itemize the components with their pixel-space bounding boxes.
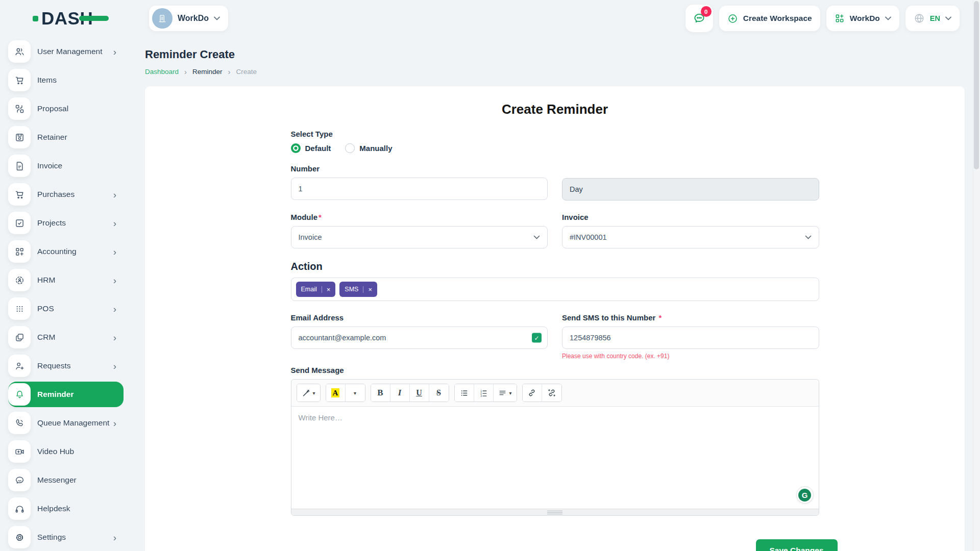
- action-multiselect[interactable]: Email × SMS ×: [291, 278, 819, 301]
- unordered-list-button[interactable]: [455, 384, 474, 402]
- tag-separator: [363, 286, 363, 293]
- sidebar-item-label: Purchases: [37, 190, 75, 199]
- sidebar-item-messenger[interactable]: Messenger: [8, 467, 124, 493]
- insert-link-button[interactable]: [523, 384, 542, 402]
- brand-logo[interactable]: DASH: [33, 8, 149, 29]
- grid-plus-icon: [835, 13, 845, 23]
- sidebar-item-purchases[interactable]: Purchases ›: [8, 182, 124, 207]
- logo-h: H: [80, 8, 93, 29]
- email-label: Email Address: [291, 313, 548, 322]
- select-type-label: Select Type: [291, 130, 819, 138]
- ordered-list-button[interactable]: 123: [474, 384, 494, 402]
- top-bar: DASH WorkDo 0 Create Workspace: [0, 0, 973, 37]
- drag-handle-icon: [547, 511, 562, 514]
- workspace-switcher[interactable]: WorkDo: [149, 6, 228, 31]
- rich-text-editor: ▾ A ▾ B I U S: [291, 379, 819, 516]
- magic-wand-icon: [302, 389, 310, 397]
- link-icon: [527, 388, 536, 397]
- breadcrumb-dashboard-link[interactable]: Dashboard: [145, 68, 179, 76]
- remove-tag-icon[interactable]: ×: [327, 286, 331, 293]
- sidebar-item-reminder[interactable]: Reminder: [8, 382, 124, 407]
- bold-icon: B: [377, 388, 383, 398]
- paragraph-align-button[interactable]: ▾: [494, 384, 517, 402]
- radio-unchecked-icon[interactable]: [345, 143, 355, 153]
- gear-icon: [8, 526, 31, 548]
- font-color-dropdown[interactable]: ▾: [346, 384, 365, 402]
- sidebar-item-label: Queue Management: [37, 418, 109, 428]
- chevron-right-icon: ›: [113, 276, 116, 285]
- email-check-icon: ✓: [532, 333, 542, 343]
- logo-text: DAS: [41, 8, 80, 29]
- day-input-disabled: [562, 178, 819, 201]
- sidebar-item-proposal[interactable]: Proposal: [8, 96, 124, 121]
- sidebar-item-settings[interactable]: Settings ›: [8, 524, 124, 550]
- editor-resize-bar[interactable]: [291, 509, 819, 515]
- remove-link-button[interactable]: [542, 384, 561, 402]
- editor-content[interactable]: Write Here… G: [291, 407, 819, 509]
- breadcrumb-current: Create: [236, 68, 257, 76]
- module-select[interactable]: Invoice: [291, 226, 548, 248]
- align-icon: [498, 389, 507, 397]
- bullet-list-icon: [460, 389, 469, 397]
- user-menu-label: WorkDo: [850, 14, 880, 23]
- copy-icon: [8, 326, 31, 348]
- radio-default-label: Default: [305, 144, 331, 153]
- caret-down-icon: ▾: [313, 390, 315, 396]
- strikethrough-icon: S: [436, 388, 441, 397]
- select-type-radios: Default Manually: [291, 143, 819, 153]
- chevron-down-icon: [533, 235, 540, 239]
- proposal-icon: [8, 97, 31, 120]
- language-selector[interactable]: EN: [905, 6, 960, 31]
- sidebar-item-crm[interactable]: CRM ›: [8, 324, 124, 350]
- magic-style-button[interactable]: ▾: [297, 384, 320, 402]
- sidebar-item-label: Requests: [37, 361, 70, 370]
- invoice-select-value: #INV00001: [570, 233, 607, 241]
- sidebar-item-accounting[interactable]: Accounting ›: [8, 239, 124, 264]
- italic-button[interactable]: I: [390, 384, 410, 402]
- save-changes-button[interactable]: Save Changes: [756, 539, 838, 551]
- chevron-right-icon: ›: [113, 333, 116, 342]
- sidebar-item-helpdesk[interactable]: Helpdesk: [8, 496, 124, 521]
- bold-button[interactable]: B: [371, 384, 390, 402]
- messages-button[interactable]: 0: [685, 5, 713, 32]
- sms-number-input[interactable]: [562, 327, 819, 349]
- radio-checked-icon[interactable]: [291, 143, 301, 153]
- breadcrumb-reminder[interactable]: Reminder: [192, 68, 223, 76]
- email-input[interactable]: [291, 327, 548, 349]
- required-asterisk: *: [318, 213, 322, 221]
- unlink-icon: [547, 388, 556, 397]
- sidebar-item-pos[interactable]: POS ›: [8, 296, 124, 321]
- font-color-button[interactable]: A: [326, 384, 346, 402]
- grammarly-icon[interactable]: G: [796, 486, 814, 504]
- sidebar-item-invoice[interactable]: Invoice: [8, 153, 124, 179]
- chevron-down-icon: [945, 16, 951, 20]
- grid-plus-icon: [8, 240, 31, 263]
- radio-manually[interactable]: Manually: [345, 143, 392, 153]
- sidebar-item-projects[interactable]: Projects ›: [8, 210, 124, 236]
- remove-tag-icon[interactable]: ×: [368, 286, 372, 293]
- module-field-group: Module* Invoice: [291, 213, 548, 248]
- sidebar-item-hrm[interactable]: HRM ›: [8, 267, 124, 293]
- sidebar-item-queue-management[interactable]: Queue Management ›: [8, 410, 124, 436]
- font-color-icon: A: [331, 388, 340, 398]
- logo-dot-icon: [33, 16, 38, 21]
- sidebar-item-items[interactable]: Items: [8, 67, 124, 93]
- underline-button[interactable]: U: [410, 384, 429, 402]
- sidebar-item-user-management[interactable]: User Management ›: [8, 39, 124, 64]
- numbered-list-icon: 123: [479, 389, 488, 397]
- sidebar-item-retainer[interactable]: Retainer: [8, 124, 124, 150]
- svg-text:3: 3: [480, 394, 482, 397]
- sidebar-item-label: Helpdesk: [37, 504, 70, 513]
- user-menu[interactable]: WorkDo: [826, 6, 899, 31]
- invoice-select[interactable]: #INV00001: [562, 226, 819, 248]
- create-workspace-button[interactable]: Create Workspace: [719, 6, 820, 31]
- strikethrough-button[interactable]: S: [429, 384, 449, 402]
- email-field-group: Email Address ✓: [291, 313, 548, 360]
- radio-default[interactable]: Default: [291, 143, 331, 153]
- scrollbar-thumb[interactable]: [974, 1, 979, 169]
- sidebar-item-requests[interactable]: Requests ›: [8, 353, 124, 379]
- sidebar-item-video-hub[interactable]: Video Hub: [8, 439, 124, 464]
- number-input[interactable]: [291, 178, 548, 200]
- cart-icon: [8, 69, 31, 91]
- page-scrollbar[interactable]: [973, 0, 980, 551]
